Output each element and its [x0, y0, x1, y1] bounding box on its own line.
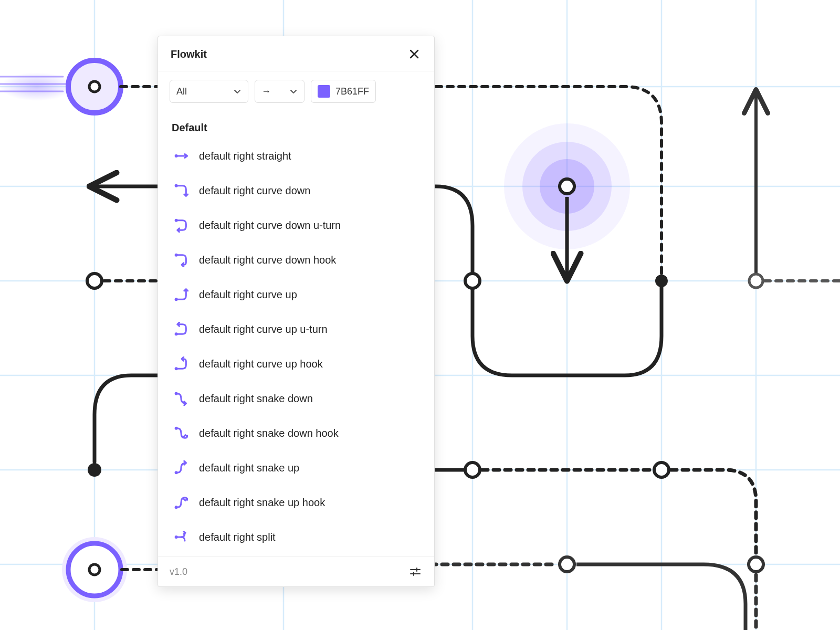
color-hex-value: 7B61FF — [335, 86, 369, 97]
list-item[interactable]: default right curve down hook — [170, 246, 423, 274]
svg-point-21 — [560, 179, 574, 194]
flow-right-snake-down-hook-icon — [173, 425, 190, 442]
close-button[interactable] — [407, 47, 422, 61]
type-filter-value: All — [176, 86, 187, 97]
chevron-down-icon — [233, 87, 242, 96]
panel-footer: v1.0 — [158, 556, 434, 586]
close-icon — [408, 48, 420, 60]
flow-right-curve-up-hook-icon — [173, 355, 190, 372]
canvas-node[interactable] — [465, 463, 480, 477]
item-label: default right curve down hook — [199, 254, 336, 266]
item-label: default right snake up hook — [199, 497, 325, 509]
flow-right-curve-down-uturn-icon — [173, 217, 190, 234]
item-label: default right curve down — [199, 185, 310, 197]
flow-right-curve-up-icon — [173, 286, 190, 303]
flow-right-snake-down-icon — [173, 390, 190, 407]
item-label: default right split — [199, 531, 276, 543]
settings-button[interactable] — [408, 564, 423, 579]
item-label: default right curve up u-turn — [199, 323, 328, 335]
canvas-node[interactable] — [654, 463, 669, 477]
list-item[interactable]: default right snake up hook — [170, 489, 423, 516]
list-item[interactable]: default right curve up u-turn — [170, 316, 423, 343]
list-item[interactable]: default right snake down — [170, 385, 423, 412]
panel-header: Flowkit — [158, 36, 434, 71]
item-label: default right snake up — [199, 462, 299, 474]
canvas-node[interactable] — [749, 557, 763, 572]
flow-right-curve-up-uturn-icon — [173, 321, 190, 338]
canvas-node[interactable] — [560, 557, 574, 572]
panel-toolbar: All → 7B61FF — [158, 71, 434, 108]
item-label: default right curve down u-turn — [199, 219, 341, 232]
canvas-node[interactable] — [465, 274, 480, 288]
canvas-node[interactable] — [749, 274, 763, 288]
list-item[interactable]: default right snake up — [170, 454, 423, 481]
list-item[interactable]: default right curve up hook — [170, 350, 423, 377]
list-item[interactable]: default right curve down — [170, 177, 423, 204]
flow-right-curve-down-icon — [173, 182, 190, 199]
version-label: v1.0 — [170, 566, 187, 578]
chevron-down-icon — [289, 87, 298, 96]
flow-right-split-icon — [173, 529, 190, 545]
direction-value: → — [261, 86, 271, 97]
list-item[interactable]: default right curve up — [170, 281, 423, 308]
item-label: default right snake down hook — [199, 427, 339, 439]
panel-body: Default default right straightdefault ri… — [158, 108, 434, 556]
group-label: Default — [172, 122, 423, 134]
flow-right-snake-up-hook-icon — [173, 494, 190, 511]
canvas-node-accent-1[interactable] — [0, 60, 121, 113]
color-picker[interactable]: 7B61FF — [311, 80, 376, 103]
flow-right-curve-down-hook-icon — [173, 251, 190, 268]
list-item[interactable]: default right split — [170, 523, 423, 551]
item-label: default right curve up — [199, 289, 297, 301]
list-item[interactable]: default right curve down u-turn — [170, 212, 423, 239]
list-item[interactable]: default right snake down hook — [170, 419, 423, 447]
item-label: default right curve up hook — [199, 358, 323, 370]
flowkit-panel: Flowkit All → 7B61FF Default default rig… — [158, 36, 435, 587]
canvas-connector — [704, 564, 746, 630]
panel-title: Flowkit — [171, 48, 207, 60]
canvas-connector — [671, 470, 756, 564]
list-item[interactable]: default right straight — [170, 142, 423, 170]
canvas-connector — [94, 375, 163, 462]
sliders-icon — [409, 565, 422, 578]
item-list: default right straightdefault right curv… — [170, 142, 423, 551]
svg-point-24 — [89, 564, 100, 575]
canvas-node-accent-2[interactable] — [62, 537, 127, 602]
canvas-node[interactable] — [87, 274, 102, 288]
svg-point-17 — [89, 81, 100, 92]
flow-right-snake-up-icon — [173, 459, 190, 476]
type-filter-select[interactable]: All — [170, 80, 248, 103]
item-label: default right straight — [199, 150, 291, 162]
color-swatch — [318, 85, 330, 98]
direction-select[interactable]: → — [255, 80, 304, 103]
item-label: default right snake down — [199, 393, 313, 405]
flow-right-straight-icon — [173, 148, 190, 164]
canvas-node[interactable] — [88, 463, 101, 477]
